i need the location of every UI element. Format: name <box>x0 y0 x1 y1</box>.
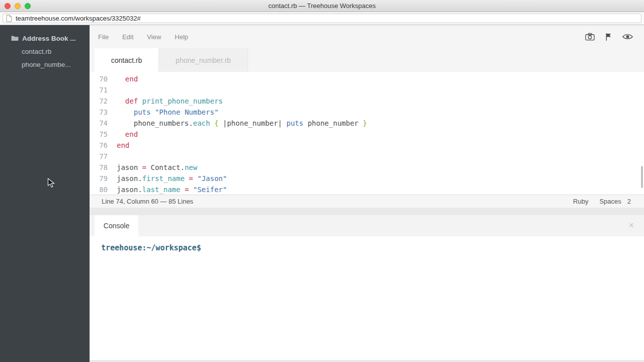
statusbar-right: Ruby Spaces 2 <box>573 198 631 205</box>
code-line[interactable]: 76end <box>90 140 644 151</box>
folder-icon <box>11 35 19 41</box>
sidebar-item-address-book[interactable]: Address Book ... <box>0 32 90 45</box>
line-number: 80 <box>90 184 108 195</box>
tab-phone-number-rb[interactable]: phone_number.rb <box>158 48 248 72</box>
code-line[interactable]: 78jason = Contact.new <box>90 162 644 173</box>
workspace-main: File Edit View Help contact.rb <box>90 25 644 362</box>
code-text: def print_phone_numbers <box>117 96 223 107</box>
code-text: jason.last_name = "Seifer" <box>117 184 227 195</box>
language-selector[interactable]: Ruby <box>573 198 588 205</box>
code-line[interactable]: 75 end <box>90 129 644 140</box>
browser-url-bar: teamtreehouse.com/workspaces/3325032# <box>0 12 644 25</box>
line-number: 72 <box>90 96 108 107</box>
console-tab[interactable]: Console <box>95 215 138 236</box>
line-number: 78 <box>90 162 108 173</box>
code-text: jason = Contact.new <box>117 162 197 173</box>
line-number: 73 <box>90 107 108 118</box>
code-line[interactable]: 79jason.first_name = "Jason" <box>90 173 644 184</box>
menu-view[interactable]: View <box>147 33 161 41</box>
code-line[interactable]: 80jason.last_name = "Seifer" <box>90 184 644 195</box>
line-number: 74 <box>90 118 108 129</box>
sidebar-item-label: phone_numbe... <box>22 61 71 68</box>
code-line[interactable]: 73 puts "Phone Numbers" <box>90 107 644 118</box>
flag-icon[interactable] <box>605 33 612 41</box>
code-line[interactable]: 74 phone_numbers.each { |phone_number| p… <box>90 118 644 129</box>
indent-selector[interactable]: Spaces 2 <box>599 198 631 205</box>
window-title: contact.rb — Treehouse Workspaces <box>0 0 644 12</box>
mouse-cursor <box>47 178 55 190</box>
code-text: end <box>117 140 129 151</box>
file-sidebar: Address Book ... contact.rb phone_numbe.… <box>0 25 90 362</box>
code-text: phone_numbers.each { |phone_number| puts… <box>117 118 367 129</box>
line-number: 75 <box>90 129 108 140</box>
editor-statusbar: Line 74, Column 60 — 85 Lines Ruby Space… <box>90 195 644 208</box>
menu-help[interactable]: Help <box>175 33 188 41</box>
code-text: end <box>117 129 138 140</box>
camera-icon[interactable] <box>585 33 595 41</box>
tab-contact-rb[interactable]: contact.rb <box>95 48 158 72</box>
cursor-position: Line 74, Column 60 — 85 Lines <box>102 198 193 205</box>
console-tab-label: Console <box>104 222 129 230</box>
sidebar-item-label: contact.rb <box>22 48 51 55</box>
code-line[interactable]: 70 end <box>90 73 644 84</box>
eye-icon[interactable] <box>622 33 633 40</box>
close-icon[interactable]: × <box>628 221 634 230</box>
sidebar-item-contact-rb[interactable]: contact.rb <box>0 45 90 58</box>
console-header: Console × <box>90 215 644 236</box>
line-number: 70 <box>90 73 108 84</box>
code-line[interactable]: 72 def print_phone_numbers <box>90 96 644 107</box>
code-editor[interactable]: 70 end7172 def print_phone_numbers73 put… <box>90 72 644 195</box>
tab-label: phone_number.rb <box>176 56 231 64</box>
workspace-menubar: File Edit View Help <box>90 25 644 48</box>
url-text: teamtreehouse.com/workspaces/3325032# <box>16 15 141 22</box>
indent-label: Spaces <box>599 198 621 205</box>
indent-value: 2 <box>627 198 631 205</box>
line-number: 79 <box>90 173 108 184</box>
code-line[interactable]: 71 <box>90 84 644 96</box>
editor-scrollbar[interactable] <box>641 166 643 188</box>
line-number: 77 <box>90 151 108 162</box>
code-text: jason.first_name = "Jason" <box>117 173 227 184</box>
editor-tabbar: contact.rb phone_number.rb <box>90 48 644 72</box>
sidebar-item-phone-number-rb[interactable]: phone_numbe... <box>0 58 90 71</box>
line-number: 76 <box>90 140 108 151</box>
code-text: puts "Phone Numbers" <box>117 107 218 118</box>
console-panel: Console × treehouse:~/workspace$ <box>90 215 644 360</box>
menu-file[interactable]: File <box>98 33 109 41</box>
treehouse-workspaces-window: contact.rb — Treehouse Workspaces teamtr… <box>0 0 644 362</box>
menubar-icons <box>585 33 633 41</box>
line-number: 71 <box>90 84 108 96</box>
titlebar: contact.rb — Treehouse Workspaces <box>0 0 644 12</box>
console-terminal[interactable]: treehouse:~/workspace$ <box>90 236 644 360</box>
page-icon <box>6 15 12 22</box>
address-field[interactable]: teamtreehouse.com/workspaces/3325032# <box>3 14 641 23</box>
editor-panel: 70 end7172 def print_phone_numbers73 put… <box>90 72 644 208</box>
tab-label: contact.rb <box>111 56 142 64</box>
code-text: end <box>117 73 138 84</box>
menu-edit[interactable]: Edit <box>122 33 133 41</box>
sidebar-item-label: Address Book ... <box>22 35 76 42</box>
code-lines: 70 end7172 def print_phone_numbers73 put… <box>90 73 644 195</box>
terminal-prompt: treehouse:~/workspace$ <box>90 236 644 252</box>
code-line[interactable]: 77 <box>90 151 644 162</box>
